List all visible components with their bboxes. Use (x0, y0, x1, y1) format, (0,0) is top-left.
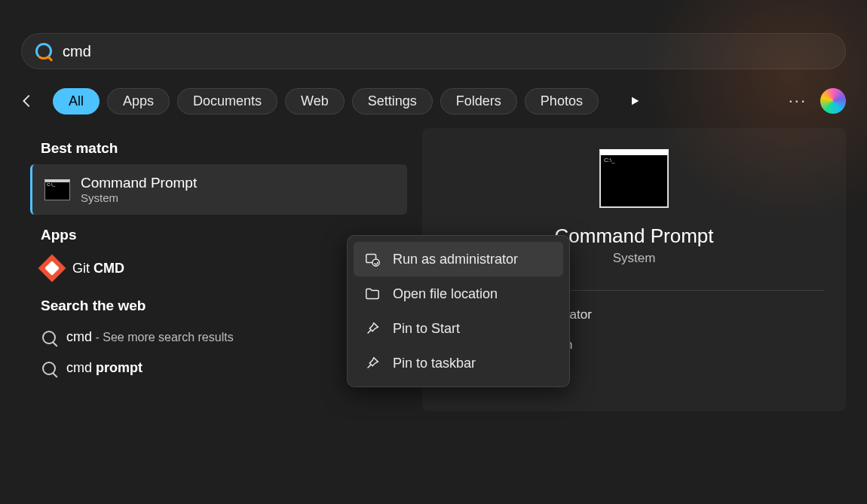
panel-title: Command Prompt (555, 225, 714, 248)
filter-folders[interactable]: Folders (440, 88, 517, 115)
web-result-text: cmd (66, 329, 92, 344)
panel-subtitle: System (613, 251, 656, 266)
filter-photos[interactable]: Photos (525, 88, 599, 115)
app-preview-icon (599, 149, 669, 208)
app-result-prefix: Git (72, 261, 93, 276)
back-button[interactable] (15, 89, 39, 113)
ctx-pin-taskbar[interactable]: Pin to taskbar (354, 346, 563, 380)
ctx-label: Run as administrator (393, 252, 518, 267)
web-result-sub: - See more search results (92, 331, 234, 344)
filter-settings[interactable]: Settings (352, 88, 433, 115)
ctx-pin-start[interactable]: Pin to Start (354, 311, 563, 346)
filter-apps[interactable]: Apps (107, 88, 170, 115)
web-result-text: cmd (66, 360, 96, 375)
search-icon (35, 43, 52, 60)
git-icon (38, 255, 66, 283)
search-input[interactable] (63, 43, 832, 60)
search-icon (42, 362, 56, 375)
ctx-run-admin[interactable]: Run as administrator (354, 242, 563, 276)
best-match-item[interactable]: Command Prompt System (30, 164, 407, 215)
more-options-button[interactable]: ··· (789, 91, 807, 111)
web-result-bold: prompt (96, 360, 142, 375)
context-menu: Run as administrator Open file location … (347, 235, 570, 387)
filter-web[interactable]: Web (285, 88, 345, 115)
ctx-label: Open file location (393, 286, 498, 302)
search-icon (42, 331, 56, 344)
ctx-open-location[interactable]: Open file location (354, 276, 563, 311)
ctx-label: Pin to Start (393, 321, 460, 337)
filter-documents[interactable]: Documents (177, 88, 277, 115)
search-bar[interactable] (21, 33, 846, 69)
more-filters-button[interactable] (621, 87, 648, 115)
copilot-icon[interactable] (820, 88, 846, 114)
best-match-title: Command Prompt (81, 175, 197, 191)
ctx-label: Pin to taskbar (393, 356, 476, 371)
best-match-subtitle: System (81, 191, 197, 204)
command-prompt-icon (44, 179, 70, 200)
section-best-match: Best match (41, 140, 407, 157)
filter-all[interactable]: All (53, 88, 100, 115)
app-result-bold: CMD (93, 261, 124, 276)
svg-point-3 (372, 259, 379, 266)
filter-row: All Apps Documents Web Settings Folders … (0, 69, 867, 115)
